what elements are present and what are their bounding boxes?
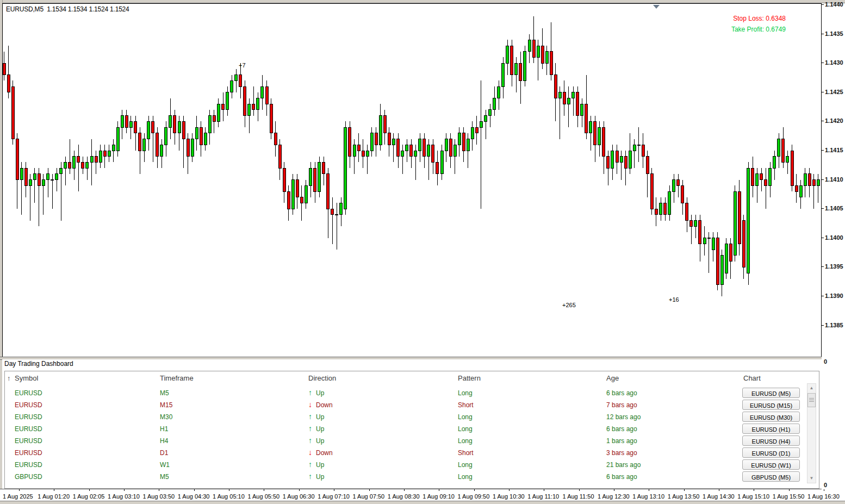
candle-body — [24, 168, 27, 185]
candle-body — [677, 180, 680, 186]
candle-body — [244, 86, 246, 116]
candle-body — [305, 185, 307, 203]
open-chart-button[interactable]: EURUSD (H1) — [742, 424, 800, 434]
price-scale-column[interactable] — [822, 3, 845, 501]
time-label: 1 Aug 13:10 — [632, 493, 664, 500]
candle-body — [668, 191, 671, 215]
scrollbar-down-icon[interactable]: ▼ — [807, 474, 816, 483]
open-chart-button[interactable]: EURUSD (M30) — [742, 412, 800, 422]
chart-annotation: +16 — [669, 296, 679, 303]
candle-body — [116, 127, 119, 151]
candle-body — [55, 174, 58, 180]
candle-body — [576, 92, 579, 116]
candlestick-chart[interactable] — [3, 4, 822, 357]
price-tick — [822, 92, 824, 92]
candle-body — [195, 127, 198, 139]
candle-body — [191, 139, 194, 157]
column-header-pattern[interactable]: Pattern — [458, 374, 481, 382]
time-tick — [159, 489, 159, 491]
table-row[interactable]: EURUSDH1↑UpLong6 bars agoEURUSD (H1) — [5, 423, 804, 435]
candle-body — [655, 209, 657, 215]
table-row[interactable]: EURUSDW1↑UpLong21 bars agoEURUSD (W1) — [5, 459, 804, 471]
age-cell: 21 bars ago — [606, 461, 641, 469]
dashboard-scrollbar[interactable]: ▲ ▼ — [807, 383, 816, 483]
candle-body — [156, 133, 159, 157]
candle-body — [406, 145, 408, 151]
timeframe-cell: H1 — [160, 425, 168, 433]
chart-window[interactable]: EURUSD,M5 1.1534 1.1534 1.1524 1.1524 St… — [2, 3, 822, 357]
candle-body — [686, 203, 688, 220]
column-header-direction[interactable]: Direction — [308, 374, 336, 382]
candle-body — [511, 46, 513, 75]
candle-body — [401, 151, 404, 157]
table-row[interactable]: GBPUSDM5↑UpLong6 bars agoGBPUSD (M5) — [5, 471, 804, 483]
candle-body — [235, 75, 238, 81]
open-chart-button[interactable]: EURUSD (D1) — [742, 447, 800, 458]
open-chart-button[interactable]: EURUSD (M5) — [742, 388, 800, 398]
candle-body — [178, 121, 181, 133]
table-row[interactable]: EURUSDH4↑UpLong1 bars agoEURUSD (H4) — [5, 435, 804, 447]
candle-body — [808, 174, 811, 185]
candle-body — [475, 127, 478, 133]
candle-body — [664, 203, 667, 214]
column-header-timeframe[interactable]: Timeframe — [160, 374, 194, 382]
dashboard-table: ↑ SymbolTimeframeDirectionPatternAgeChar… — [4, 371, 819, 489]
time-label: 1 Aug 08:30 — [388, 493, 420, 500]
candle-body — [642, 145, 644, 156]
candle-body — [64, 162, 67, 168]
time-tick — [229, 489, 229, 491]
candle-body — [239, 75, 242, 86]
candle-body — [51, 180, 54, 181]
direction-cell: Up — [316, 389, 324, 397]
candle-body — [314, 168, 316, 191]
column-header-chart[interactable]: Chart — [743, 374, 761, 382]
time-tick — [89, 489, 90, 491]
open-chart-button[interactable]: EURUSD (W1) — [742, 459, 800, 470]
open-chart-button[interactable]: EURUSD (H4) — [742, 435, 800, 446]
price-label: 1.1395 — [825, 263, 843, 270]
table-row[interactable]: EURUSDM15↓DownShort7 bars agoEURUSD (M15… — [5, 399, 804, 411]
pattern-cell: Long — [458, 413, 473, 421]
candle-body — [99, 151, 102, 162]
scrollbar-thumb[interactable] — [807, 393, 816, 407]
candle-body — [423, 139, 426, 157]
time-axis[interactable]: 1 Aug 20251 Aug 01:201 Aug 02:051 Aug 03… — [0, 489, 822, 501]
column-header-age[interactable]: Age — [606, 374, 619, 382]
chart-shift-marker-icon — [653, 5, 660, 9]
candle-body — [646, 157, 649, 174]
price-label: 1.1430 — [825, 59, 843, 66]
table-row[interactable]: EURUSDM5↑UpLong6 bars agoEURUSD (M5) — [5, 387, 804, 399]
column-header-symbol[interactable]: Symbol — [15, 374, 38, 382]
table-row[interactable]: EURUSDD1↓DownShort3 bars agoEURUSD (D1) — [5, 447, 804, 459]
candle-body — [16, 139, 18, 180]
candle-body — [786, 157, 789, 163]
time-tick — [719, 489, 719, 491]
candle-body — [47, 174, 49, 180]
candle-body — [291, 180, 294, 209]
time-label: 1 Aug 14:30 — [703, 493, 735, 500]
scrollbar-up-icon[interactable]: ▲ — [807, 384, 816, 393]
age-cell: 6 bars ago — [606, 425, 637, 433]
candle-body — [327, 174, 330, 209]
open-chart-button[interactable]: GBPUSD (M5) — [742, 471, 800, 482]
candle-body — [532, 40, 535, 57]
pattern-cell: Short — [458, 401, 474, 409]
candle-body — [129, 121, 132, 127]
chart-symbol-title: EURUSD,M5 1.1534 1.1534 1.1524 1.1524 — [6, 5, 129, 13]
time-label: 1 Aug 15:10 — [737, 493, 769, 500]
candle-body — [804, 174, 806, 185]
candle-body — [231, 80, 233, 92]
timeframe-cell: H4 — [160, 437, 168, 445]
candle-body — [261, 86, 264, 98]
table-row[interactable]: EURUSDM30↑UpLong12 bars agoEURUSD (M30) — [5, 411, 804, 423]
candle-body — [515, 63, 518, 74]
age-cell: 6 bars ago — [606, 389, 637, 397]
candle-body — [397, 139, 400, 157]
candle-body — [467, 139, 469, 151]
sort-ascending-icon[interactable]: ↑ — [7, 374, 11, 382]
candle-body — [760, 174, 763, 180]
candle-body — [620, 157, 623, 163]
candle-body — [734, 191, 736, 256]
candle-body — [147, 121, 150, 139]
open-chart-button[interactable]: EURUSD (M15) — [742, 400, 800, 410]
